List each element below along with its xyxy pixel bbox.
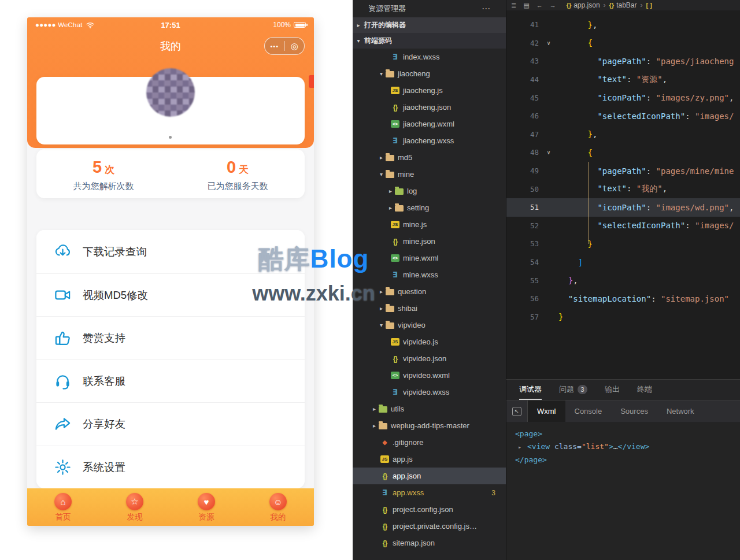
menu-item-download-history[interactable]: 下载记录查询	[36, 230, 305, 273]
navigate-forward-icon[interactable]: →	[550, 2, 556, 9]
chevron-right-icon[interactable]: ▸	[370, 422, 379, 429]
tree-item-vipvideo-wxml[interactable]: <>vipvideo.wxml	[353, 367, 506, 384]
more-actions-icon[interactable]: ⋯	[482, 3, 491, 14]
chevron-right-icon[interactable]: ▸	[370, 406, 379, 412]
code-line-42[interactable]: 42∨{	[506, 34, 740, 53]
tab-resources[interactable]: ♥资源	[171, 488, 242, 526]
outline-icon[interactable]: ≣	[511, 2, 516, 9]
devtools-tab-console[interactable]: Console	[565, 400, 612, 422]
code-line-49[interactable]: 49"pagePath": "pages/mine/mine	[506, 162, 740, 180]
tree-item-log[interactable]: ▸log	[353, 183, 506, 199]
chevron-down-icon[interactable]: ▾	[377, 322, 386, 328]
tree-item-jiaocheng-wxml[interactable]: <>jiaocheng.wxml	[353, 116, 506, 132]
chevron-right-icon[interactable]: ▸	[386, 188, 395, 194]
wxml-node-1[interactable]: ▸<view class="list">…</view>	[515, 440, 740, 454]
tab-discover[interactable]: ☆发现	[99, 488, 171, 526]
tree-item-sitemap-json[interactable]: {}sitemap.json	[353, 535, 506, 551]
chevron-right-icon[interactable]: ▸	[377, 288, 386, 295]
side-tag[interactable]	[309, 75, 314, 88]
tree-item-app-wxss[interactable]: ∃app.wxss3	[353, 484, 506, 501]
code-line-56[interactable]: 56"sitemapLocation": "sitemap.json"	[506, 290, 740, 308]
tree-item-shibai[interactable]: ▸shibai	[353, 300, 506, 317]
tree-item-project-private-config-js[interactable]: {}project.private.config.js…	[353, 518, 506, 535]
tree-item-app-json[interactable]: {}app.json	[353, 468, 506, 484]
tree-item-question[interactable]: ▸question	[353, 283, 506, 300]
tree-item-vipvideo[interactable]: ▾vipvideo	[353, 317, 506, 333]
breadcrumb-item[interactable]: {}app.json	[567, 1, 600, 9]
cloud-download-icon	[54, 243, 72, 261]
code-line-44[interactable]: 44"text": "资源",	[506, 71, 740, 89]
chevron-down-icon[interactable]: ▾	[377, 71, 386, 77]
debugger-tab-terminal[interactable]: 终端	[637, 380, 652, 400]
tree-item-vipvideo-wxss[interactable]: ∃vipvideo.wxss	[353, 384, 506, 400]
inspect-element-icon[interactable]: ↖	[512, 407, 521, 416]
fold-chevron-icon[interactable]: ∨	[539, 40, 558, 46]
tree-item-mine-json[interactable]: {}mine.json	[353, 233, 506, 250]
chevron-right-icon[interactable]: ▸	[386, 205, 395, 211]
tree-item-project-config-json[interactable]: {}project.config.json	[353, 501, 506, 518]
code-line-47[interactable]: 47},	[506, 125, 740, 144]
wxml-node-2[interactable]: </page>	[515, 454, 740, 466]
code-line-43[interactable]: 43"pagePath": "pages/jiaocheng	[506, 52, 740, 71]
code-line-53[interactable]: 53}	[506, 235, 740, 253]
menu-item-share-friends[interactable]: 分享好友	[36, 402, 305, 446]
code-line-55[interactable]: 55},	[506, 271, 740, 290]
code-line-41[interactable]: 41},	[506, 16, 740, 34]
code-line-57[interactable]: 57}	[506, 308, 740, 327]
menu-item-video-md5[interactable]: 视频MD5修改	[36, 273, 305, 317]
tab-profile[interactable]: ☺我的	[242, 488, 314, 526]
code-line-51[interactable]: 51"iconPath": "images/wd.png",	[506, 198, 740, 217]
code-line-46[interactable]: 46"selectedIconPath": "images/	[506, 107, 740, 125]
expand-arrow-icon[interactable]: ▸	[515, 441, 527, 454]
tree-item-mine-js[interactable]: JSmine.js	[353, 216, 506, 233]
code-line-48[interactable]: 48∨{	[506, 143, 740, 162]
breadcrumb-item[interactable]: {}tabBar	[609, 1, 637, 9]
tree-item-gitignore[interactable]: ◆.gitignore	[353, 434, 506, 451]
tree-item-jiaocheng[interactable]: ▾jiaocheng	[353, 65, 506, 82]
debugger-tab-output[interactable]: 输出	[605, 380, 620, 400]
tree-item-md5[interactable]: ▸md5	[353, 149, 506, 166]
devtools-tab-wxml[interactable]: Wxml	[528, 400, 565, 422]
close-target-button[interactable]: ◎	[285, 41, 305, 51]
menu-item-contact-service[interactable]: 联系客服	[36, 359, 305, 403]
tree-item-mine-wxml[interactable]: <>mine.wxml	[353, 250, 506, 266]
menu-item-system-settings[interactable]: 系统设置	[36, 446, 305, 489]
phone-simulator: ●●●●● WeChat 17:51 100% 我的 ••• ◎ 5次共为您解析…	[27, 17, 314, 526]
tree-item-index-wxss[interactable]: ∃index.wxss	[353, 49, 506, 65]
tree-item-setting[interactable]: ▸setting	[353, 199, 506, 216]
line-number: 55	[506, 276, 539, 285]
chevron-right-icon[interactable]: ▸	[377, 305, 386, 311]
tree-item-utils[interactable]: ▸utils	[353, 400, 506, 417]
devtools-tab-sources[interactable]: Sources	[611, 400, 657, 422]
chevron-down-icon[interactable]: ▾	[377, 171, 386, 177]
breadcrumb-item[interactable]: [ ]	[646, 2, 652, 9]
wxml-node-0[interactable]: <page>	[515, 428, 740, 440]
code-line-45[interactable]: 45"iconPath": "images/zy.png",	[506, 88, 740, 107]
tree-item-jiaocheng-wxss[interactable]: ∃jiaocheng.wxss	[353, 132, 506, 149]
section-source[interactable]: ▾ 前端源码	[353, 33, 506, 49]
menu-item-reward-support[interactable]: 赞赏支持	[36, 316, 305, 359]
tree-item-vipvideo-json[interactable]: {}vipvideo.json	[353, 350, 506, 367]
navigate-back-icon[interactable]: ←	[536, 2, 543, 9]
tree-item-weplug-add-tips-master[interactable]: ▸weplug-add-tips-master	[353, 417, 506, 434]
tab-home[interactable]: ⌂首页	[27, 488, 99, 526]
tree-item-vipvideo-js[interactable]: JSvipvideo.js	[353, 333, 506, 350]
debugger-tab-debugger[interactable]: 调试器	[519, 380, 542, 400]
menu-dots-button[interactable]: •••	[265, 43, 284, 50]
tree-item-app-js[interactable]: JSapp.js	[353, 451, 506, 468]
fold-chevron-icon[interactable]: ∨	[539, 149, 558, 155]
section-open-editors[interactable]: ▸ 打开的编辑器	[353, 17, 506, 33]
tree-item-jiaocheng-js[interactable]: JSjiaocheng.js	[353, 82, 506, 99]
debugger-tab-problems[interactable]: 问题3	[559, 380, 587, 400]
avatar[interactable]	[146, 68, 195, 117]
devtools-tab-network[interactable]: Network	[657, 400, 704, 422]
chevron-right-icon[interactable]: ▸	[377, 154, 386, 161]
split-editor-icon[interactable]: ▤	[523, 2, 529, 9]
wxss-file-icon: ∃	[391, 270, 399, 279]
code-line-54[interactable]: 54]	[506, 253, 740, 272]
code-line-52[interactable]: 52"selectedIconPath": "images/	[506, 217, 740, 235]
tree-item-mine-wxss[interactable]: ∃mine.wxss	[353, 266, 506, 283]
code-line-50[interactable]: 50"text": "我的",	[506, 180, 740, 198]
tree-item-jiaocheng-json[interactable]: {}jiaocheng.json	[353, 99, 506, 116]
tree-item-mine[interactable]: ▾mine	[353, 166, 506, 183]
